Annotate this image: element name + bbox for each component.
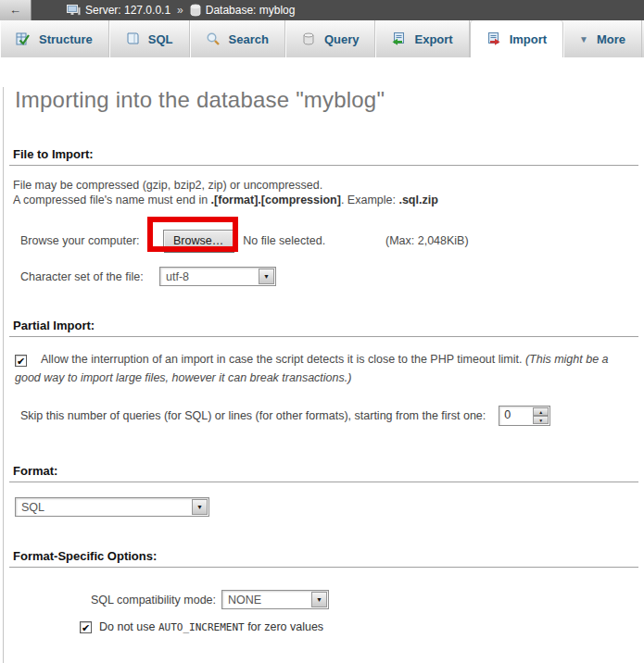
database-icon [190, 4, 201, 17]
tab-label: Import [510, 32, 547, 46]
browse-computer-label: Browse your computer: [20, 234, 156, 247]
zero-values-row: ✔ Do not use AUTO_INCREMENT for zero val… [80, 620, 644, 633]
format-select-value: SQL [16, 501, 191, 514]
server-icon [67, 5, 81, 17]
label-text: for zero values [245, 620, 323, 633]
section-heading-format: Format: [9, 464, 638, 482]
compression-note-line1: File may be compressed (gzip, bzip2, zip… [13, 178, 644, 193]
charset-select[interactable]: utf-8 ▼ [159, 267, 276, 286]
skip-queries-value: 0 [499, 407, 532, 425]
breadcrumb-separator: » [175, 4, 185, 17]
charset-label: Character set of the file: [20, 270, 159, 283]
no-auto-increment-label: Do not use AUTO_INCREMENT for zero value… [99, 620, 323, 633]
page-title: Importing into the database "myblog" [15, 87, 644, 113]
tab-label: SQL [148, 32, 173, 46]
tab-label: Query [324, 32, 360, 46]
note-format-pattern: .[format].[compression] [211, 194, 341, 206]
skip-queries-input[interactable]: 0 ▲ ▼ [499, 406, 550, 426]
charset-select-value: utf-8 [160, 270, 258, 283]
tab-search[interactable]: Search [190, 20, 285, 57]
section-heading-format-specific: Format-Specific Options: [9, 549, 638, 568]
main-content: Importing into the database "myblog" Fil… [3, 87, 644, 663]
allow-interrupt-checkbox[interactable]: ✔ [15, 355, 27, 367]
structure-icon [16, 31, 31, 46]
breadcrumb: Server: 127.0.0.1 » Database: myblog [32, 4, 295, 17]
spinner-buttons: ▲ ▼ [533, 407, 549, 424]
sql-compat-label: SQL compatibility mode: [91, 594, 216, 607]
note-text: A compressed file's name must end in [13, 194, 211, 206]
spinner-up-button[interactable]: ▲ [533, 407, 549, 416]
tab-label: Search [229, 32, 269, 46]
tab-export[interactable]: Export [375, 20, 469, 57]
sql-compat-value: NONE [222, 594, 310, 607]
skip-queries-row: Skip this number of queries (for SQL) or… [20, 406, 644, 426]
tab-import[interactable]: Import [470, 20, 563, 57]
skip-queries-label: Skip this number of queries (for SQL) or… [20, 409, 486, 422]
sql-icon [125, 31, 140, 46]
file-upload-row: Browse your computer: Browse… No file se… [9, 227, 644, 255]
back-button[interactable]: ← [0, 0, 32, 20]
export-icon [391, 31, 406, 46]
breadcrumb-server-link[interactable]: Server: 127.0.0.1 [85, 4, 170, 17]
back-arrow-icon: ← [9, 3, 21, 17]
dropdown-arrow-icon[interactable]: ▼ [311, 592, 327, 607]
tab-label: Export [414, 32, 452, 46]
breadcrumb-database-link[interactable]: Database: myblog [206, 4, 296, 17]
partial-import-option: ✔Allow the interruption of an import in … [15, 350, 628, 387]
max-upload-size: (Max: 2,048KiB) [385, 234, 469, 247]
compression-note-line2: A compressed file's name must end in .[f… [13, 193, 644, 207]
query-icon [301, 31, 316, 46]
tab-bar: Structure SQL Search Query [0, 20, 644, 57]
note-text: . Example: [341, 194, 399, 206]
no-file-selected-text: No file selected. [243, 234, 325, 247]
label-text: Do not use [99, 620, 158, 633]
dropdown-arrow-icon[interactable]: ▼ [192, 499, 208, 515]
format-select[interactable]: SQL ▼ [15, 497, 209, 517]
import-icon [486, 31, 501, 46]
sql-compat-row: SQL compatibility mode: NONE ▼ [91, 590, 644, 609]
tab-label: More [597, 32, 625, 46]
charset-row: Character set of the file: utf-8 ▼ [20, 267, 644, 286]
section-heading-file-to-import: File to Import: [9, 147, 638, 166]
tab-structure[interactable]: Structure [0, 20, 109, 57]
note-example: .sql.zip [398, 194, 437, 206]
tab-more[interactable]: ▼ More [563, 20, 642, 57]
auto-increment-code: AUTO_INCREMENT [158, 621, 245, 633]
tab-query[interactable]: Query [285, 20, 376, 57]
sql-compat-select[interactable]: NONE ▼ [221, 590, 329, 609]
spinner-down-button[interactable]: ▼ [533, 416, 549, 424]
dropdown-arrow-icon[interactable]: ▼ [259, 269, 274, 284]
allow-interrupt-label: Allow the interruption of an import in c… [41, 353, 525, 366]
compression-note: File may be compressed (gzip, bzip2, zip… [13, 178, 644, 207]
tab-label: Structure [39, 32, 93, 46]
no-auto-increment-checkbox[interactable]: ✔ [80, 621, 92, 633]
browse-button[interactable]: Browse… [163, 230, 234, 252]
chevron-down-icon: ▼ [579, 34, 588, 44]
section-heading-partial-import: Partial Import: [9, 319, 638, 337]
search-icon [206, 31, 221, 46]
breadcrumb-bar: ← Server: 127.0.0.1 » Database: myblog [0, 0, 644, 20]
tab-sql[interactable]: SQL [109, 20, 190, 57]
